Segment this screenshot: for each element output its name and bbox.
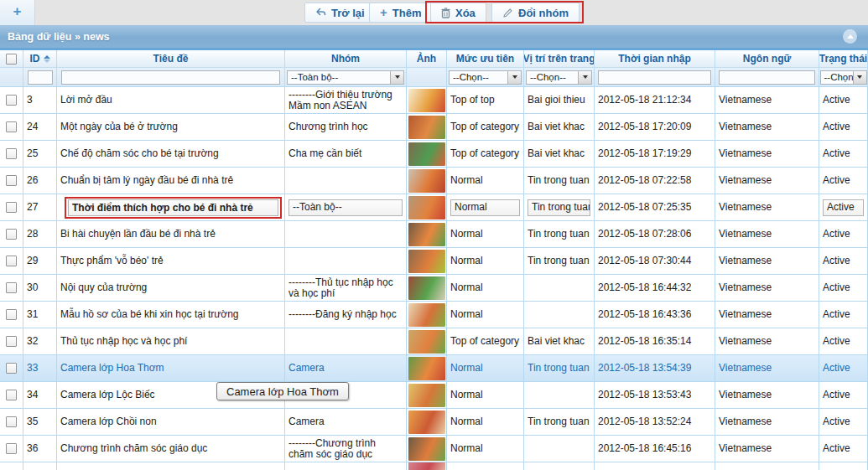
column-header-image[interactable]: Ảnh xyxy=(407,50,447,67)
cell-title[interactable] xyxy=(57,462,285,470)
cell-title[interactable]: Camera lớp Hoa Thơm xyxy=(57,355,285,382)
table-row[interactable]: 33Camera lớp Hoa ThơmCameraNormalTin tro… xyxy=(0,355,868,382)
title-filter-input[interactable] xyxy=(61,70,280,85)
cell-id: 28 xyxy=(23,221,57,248)
delete-button[interactable]: Xóa xyxy=(430,3,486,23)
priority-filter-select[interactable]: --Chọn-- xyxy=(449,70,522,85)
row-checkbox[interactable] xyxy=(6,121,17,132)
cell-position: Tin trong tuan xyxy=(524,221,595,248)
cell-image xyxy=(407,168,447,194)
priority-filter-value: --Chọn-- xyxy=(450,72,507,82)
cell-title[interactable]: Camera lớp Chồi non xyxy=(57,409,285,436)
row-checkbox[interactable] xyxy=(6,363,17,374)
cell-title[interactable]: Nội quy của trường xyxy=(57,275,285,302)
row-checkbox-cell xyxy=(0,168,23,194)
cell-image xyxy=(407,87,447,114)
column-header-group[interactable]: Nhóm xyxy=(285,50,407,67)
row-checkbox[interactable] xyxy=(6,443,17,454)
cell-id: 31 xyxy=(23,302,57,328)
column-header-position[interactable]: Vị trí trên trang xyxy=(524,50,595,67)
position-edit-select[interactable]: Tin trong tuan xyxy=(528,199,590,216)
table-row[interactable]: 28Bi hài chuyện lần đầu bé đi nhà trẻNor… xyxy=(0,221,868,248)
table-row[interactable]: 30Nội quy của trường--------Thủ tục nhập… xyxy=(0,275,868,302)
priority-edit-select[interactable]: Normal xyxy=(450,199,520,216)
cell-image xyxy=(407,248,447,275)
cell-time: 2012-05-18 13:54:39 xyxy=(595,355,715,382)
cell-title[interactable]: Bi hài chuyện lần đầu bé đi nhà trẻ xyxy=(57,221,285,248)
add-button[interactable]: + Thêm xyxy=(369,3,432,23)
table-row[interactable]: 36Chương trình chăm sóc giáo dục--------… xyxy=(0,436,868,462)
thumbnail xyxy=(408,437,445,461)
table-row[interactable]: 29Thực phẩm 'vỗ béo' trẻNormalTin trong … xyxy=(0,248,868,275)
pencil-icon xyxy=(502,8,513,18)
column-header-language[interactable]: Ngôn ngữ xyxy=(715,50,819,67)
table-row[interactable]: 25Chế độ chăm sóc cho bé tại trườngCha m… xyxy=(0,141,868,168)
cell-group: --------Chương trình chăm sóc giáo dục xyxy=(285,436,407,462)
row-checkbox-cell xyxy=(0,409,23,436)
row-checkbox[interactable] xyxy=(6,95,17,106)
table-row[interactable]: 3Lời mở đầu--------Giới thiệu trường Mầm… xyxy=(0,87,868,114)
cell-language: Vietnamese xyxy=(715,194,819,221)
cell-title[interactable]: Chương trình chăm sóc giáo dục xyxy=(57,436,285,462)
cell-status: Active xyxy=(819,194,868,221)
row-checkbox[interactable] xyxy=(6,148,17,159)
column-header-status[interactable]: Trạng thái xyxy=(819,50,868,67)
cell-image xyxy=(407,194,447,221)
table-row[interactable]: 27Thời điểm thích hợp cho bé đi nhà trẻ-… xyxy=(0,194,868,221)
cell-language: Vietnamese xyxy=(715,302,819,328)
status-edit-select[interactable]: Active xyxy=(823,199,864,216)
group-filter-select[interactable]: --Toàn bộ-- xyxy=(287,70,404,85)
column-header-time[interactable]: Thời gian nhập xyxy=(595,50,715,67)
cell-title[interactable]: Một ngày của bé ở trường xyxy=(57,114,285,141)
table-row[interactable] xyxy=(0,462,868,470)
row-checkbox[interactable] xyxy=(6,416,17,427)
table-row[interactable]: 24Một ngày của bé ở trườngChương trình h… xyxy=(0,114,868,141)
table-row[interactable]: 26Chuẩn bị tâm lý ngày đầu bé đi nhà trẻ… xyxy=(0,168,868,194)
row-checkbox[interactable] xyxy=(6,256,17,266)
cell-priority: Normal xyxy=(447,355,524,382)
cell-title[interactable]: Thủ tục nhập học và học phí xyxy=(57,328,285,355)
cell-title[interactable]: Thời điểm thích hợp cho bé đi nhà trẻ xyxy=(57,194,285,221)
position-filter-select[interactable]: --Chọn-- xyxy=(526,70,592,85)
cell-title[interactable]: Lời mở đầu xyxy=(57,87,285,114)
row-checkbox[interactable] xyxy=(6,202,17,213)
collapse-panel-button[interactable] xyxy=(843,29,857,44)
column-header-priority[interactable]: Mức ưu tiên xyxy=(447,50,524,67)
time-filter-input[interactable] xyxy=(598,70,711,85)
cell-title[interactable]: Thực phẩm 'vỗ béo' trẻ xyxy=(57,248,285,275)
row-checkbox-cell xyxy=(0,114,23,141)
delete-button-label: Xóa xyxy=(455,7,476,19)
cell-language xyxy=(715,462,819,470)
position-filter-value: --Chọn-- xyxy=(527,72,578,82)
status-filter-select[interactable]: --Chọn-- xyxy=(820,70,867,85)
column-header-id[interactable]: ID xyxy=(23,50,57,67)
row-checkbox-cell xyxy=(0,382,23,409)
row-checkbox[interactable] xyxy=(6,390,17,400)
row-checkbox[interactable] xyxy=(6,229,17,240)
column-header-title[interactable]: Tiêu đề xyxy=(57,50,285,67)
cell-title[interactable]: Mẫu hồ sơ của bé khi xin học tại trường xyxy=(57,302,285,328)
cell-title[interactable]: Chuẩn bị tâm lý ngày đầu bé đi nhà trẻ xyxy=(57,168,285,194)
row-checkbox[interactable] xyxy=(6,282,17,293)
table-row[interactable]: 34Camera lớp Lộc BiếcNormal2012-05-18 13… xyxy=(0,382,868,409)
table-row[interactable]: 35Camera lớp Chồi nonCameraNormalTin tro… xyxy=(0,409,868,436)
row-checkbox[interactable] xyxy=(6,336,17,347)
expand-panel-button[interactable]: + xyxy=(0,0,35,25)
title-edit-input[interactable]: Thời điểm thích hợp cho bé đi nhà trẻ xyxy=(68,199,278,216)
table-row[interactable]: 32Thủ tục nhập học và học phíTop of cate… xyxy=(0,328,868,355)
id-filter-input[interactable] xyxy=(28,70,53,85)
cell-position: Bai viet khac xyxy=(524,141,595,168)
cell-title[interactable]: Chế độ chăm sóc cho bé tại trường xyxy=(57,141,285,168)
language-filter-input[interactable] xyxy=(719,70,815,85)
table-row[interactable]: 31Mẫu hồ sơ của bé khi xin học tại trườn… xyxy=(0,302,868,328)
cell-time: 2012-05-18 16:43:36 xyxy=(595,302,715,328)
change-group-button[interactable]: Đổi nhóm xyxy=(491,3,580,23)
group-edit-select[interactable]: --Toàn bộ-- xyxy=(288,199,403,216)
row-checkbox[interactable] xyxy=(6,175,17,186)
back-button[interactable]: Trở lại xyxy=(304,3,376,23)
select-all-checkbox[interactable] xyxy=(6,54,17,65)
cell-image xyxy=(407,409,447,436)
row-checkbox[interactable] xyxy=(6,309,17,320)
cell-language: Vietnamese xyxy=(715,328,819,355)
cell-position: Bai viet khac xyxy=(524,328,595,355)
